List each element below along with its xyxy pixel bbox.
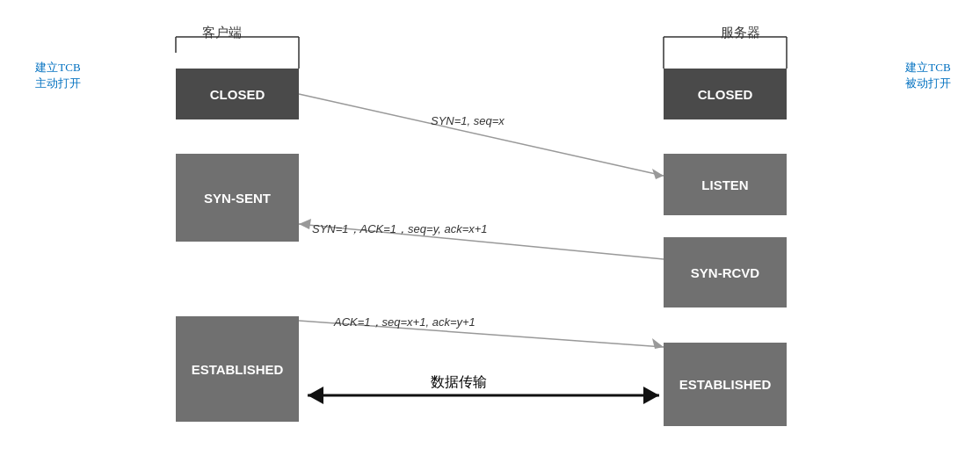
tcp-handshake-diagram: 客户端 服务器 建立TCB 主动打开 建立TCB 被动打开 CLOSED SYN… bbox=[0, 0, 980, 463]
svg-marker-14 bbox=[643, 387, 659, 404]
data-label: 数据传输 bbox=[431, 373, 487, 392]
svg-marker-11 bbox=[652, 338, 664, 349]
right-annotation: 建立TCB 被动打开 bbox=[905, 60, 951, 91]
server-established-box: ESTABLISHED bbox=[664, 343, 787, 426]
arrow2-label: SYN=1，ACK=1，seq=y, ack=x+1 bbox=[312, 221, 488, 237]
client-closed-box: CLOSED bbox=[176, 69, 299, 119]
arrow3-label: ACK=1，seq=x+1, ack=y+1 bbox=[334, 315, 475, 330]
server-closed-box: CLOSED bbox=[664, 69, 787, 119]
left-annotation: 建立TCB 主动打开 bbox=[35, 60, 81, 91]
svg-marker-9 bbox=[299, 219, 311, 229]
server-syn-rcvd-box: SYN-RCVD bbox=[664, 237, 787, 307]
server-header: 服务器 bbox=[721, 25, 760, 41]
client-syn-sent-box: SYN-SENT bbox=[176, 154, 299, 242]
svg-marker-7 bbox=[652, 169, 664, 179]
diagram-lines bbox=[0, 0, 980, 463]
svg-line-6 bbox=[299, 94, 664, 176]
server-listen-box: LISTEN bbox=[664, 154, 787, 215]
svg-marker-13 bbox=[308, 387, 323, 404]
client-established-box: ESTABLISHED bbox=[176, 316, 299, 422]
arrow1-label: SYN=1, seq=x bbox=[431, 114, 505, 127]
client-header: 客户端 bbox=[202, 25, 242, 41]
